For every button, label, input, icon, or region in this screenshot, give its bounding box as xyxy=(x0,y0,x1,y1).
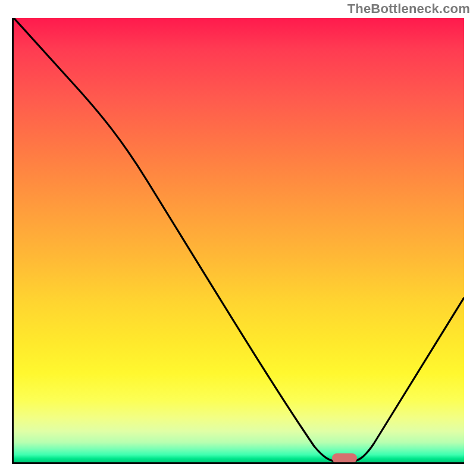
watermark-text: TheBottleneck.com xyxy=(347,1,470,17)
axes-frame xyxy=(12,18,464,464)
chart-container: TheBottleneck.com xyxy=(0,0,476,476)
